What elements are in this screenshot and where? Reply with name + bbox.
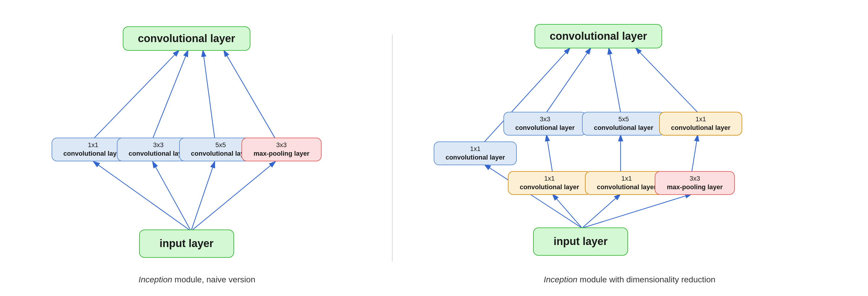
reduction-reduce1x1-a-size: 1x1 [544,174,554,183]
reduction-conv3x3-node: 3x3 convolutional layer [503,112,587,136]
reduction-conv5x5-label: convolutional layer [594,124,653,132]
naive-output-label: convolutional layer [138,32,235,46]
svg-line-19 [609,48,621,112]
naive-output-node: convolutional layer [123,26,250,51]
naive-title-italic: Inception [138,275,173,284]
naive-title: Inception module, naive version [138,275,255,285]
svg-line-3 [191,161,215,231]
reduction-conv1x1-top-size: 1x1 [695,115,706,124]
naive-pool3x3-label: max-pooling layer [254,150,309,158]
reduction-conv1x1-direct-size: 1x1 [470,145,480,153]
reduction-reduce1x1-b-label: convolutional layer [597,183,656,192]
svg-line-13 [582,194,692,228]
reduction-conv1x1-top-label: convolutional layer [671,124,731,132]
svg-line-20 [636,48,698,112]
svg-line-16 [692,135,698,172]
reduction-pool3x3-label: max-pooling layer [667,183,723,192]
reduction-pool3x3-size: 3x3 [689,174,700,183]
naive-pool3x3-size: 3x3 [276,141,286,150]
reduction-reduce1x1-b-size: 1x1 [621,174,631,183]
reduction-conv1x1-direct-label: convolutional layer [445,153,505,162]
reduction-input-node: input layer [533,228,628,256]
svg-line-12 [582,194,621,228]
naive-diagram: convolutional layer 1x1 convolutional la… [34,6,360,290]
reduction-reduce1x1-a-label: convolutional layer [520,183,579,192]
reduction-output-label: convolutional layer [550,29,647,43]
svg-line-11 [552,194,582,228]
reduction-title-italic: Inception [544,275,578,284]
diagram-divider [392,34,393,262]
reduction-conv3x3-size: 3x3 [539,115,550,124]
naive-pool3x3-node: 3x3 max-pooling layer [242,138,321,161]
naive-title-rest: module, naive version [173,275,255,284]
svg-line-4 [191,161,276,231]
svg-line-14 [547,135,552,172]
reduction-diagram: convolutional layer 1x1 convolutional la… [425,6,834,290]
reduction-input-label: input layer [554,235,608,249]
reduction-conv5x5-node: 5x5 convolutional layer [582,112,665,136]
svg-line-5 [93,50,179,139]
main-container: convolutional layer 1x1 convolutional la… [0,0,868,296]
svg-line-8 [224,50,276,139]
reduction-output-node: convolutional layer [534,24,662,48]
reduction-reduce1x1-a-node: 1x1 convolutional layer [508,171,591,195]
naive-input-label: input layer [160,237,214,251]
naive-conv1x1-label: convolutional layer [63,150,123,158]
reduction-conv1x1-direct-node: 1x1 convolutional layer [434,141,517,165]
reduction-conv5x5-size: 5x5 [618,115,629,124]
svg-line-18 [547,48,591,112]
svg-line-6 [153,50,188,139]
svg-line-7 [203,50,215,139]
naive-conv5x5-size: 5x5 [215,141,226,150]
reduction-conv1x1-top-node: 1x1 convolutional layer [659,112,742,136]
reduction-title-rest: module with dimensionality reduction [577,275,715,284]
svg-line-2 [153,161,191,231]
naive-conv1x1-size: 1x1 [88,141,98,150]
reduction-pool3x3-node: 3x3 max-pooling layer [655,171,735,195]
naive-input-node: input layer [139,230,234,258]
reduction-conv3x3-label: convolutional layer [515,124,575,132]
naive-conv3x3-size: 3x3 [153,141,163,150]
svg-line-1 [93,161,191,231]
reduction-title: Inception module with dimensionality red… [544,275,715,285]
